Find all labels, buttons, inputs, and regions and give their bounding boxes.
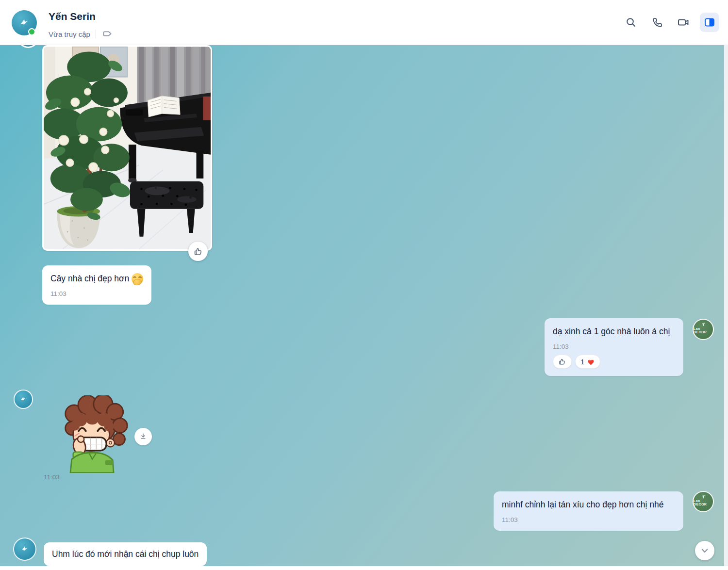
message-bubble-incoming[interactable]: Uhm lúc đó mới nhận cái chị chụp luôn bbox=[44, 542, 207, 566]
label-tag-icon[interactable] bbox=[101, 28, 113, 40]
own-avatar[interactable]: Lan DECOR · · · · bbox=[693, 491, 714, 512]
avatar-brand-subtext: · · · · bbox=[699, 334, 707, 337]
avatar-brand-text: Lan DECOR bbox=[694, 327, 713, 334]
download-icon bbox=[138, 432, 148, 441]
heart-reaction-count[interactable]: 1 bbox=[575, 355, 600, 369]
phone-icon bbox=[651, 16, 663, 28]
online-status-dot bbox=[28, 28, 35, 35]
contact-avatar-small[interactable] bbox=[14, 390, 33, 409]
search-icon bbox=[625, 16, 637, 28]
message-time: 11:03 bbox=[502, 516, 675, 523]
message-bubble-outgoing[interactable]: minhf chỉnh lại tán xíu cho đẹp hơn chị … bbox=[494, 491, 683, 531]
message-time: 11:03 bbox=[553, 343, 675, 350]
contact-subline: Vừa truy cập bbox=[49, 28, 113, 40]
thumbs-up-icon bbox=[558, 358, 566, 366]
message-text: dạ xinh cả 1 góc nhà luôn á chị bbox=[553, 326, 670, 338]
voice-call-button[interactable] bbox=[647, 13, 667, 32]
bird-icon bbox=[20, 395, 27, 403]
chat-header: Yến Serin Vừa truy cập bbox=[0, 0, 728, 45]
room-photo bbox=[44, 47, 211, 249]
sidebar-panel-icon bbox=[704, 16, 715, 28]
message-text: Uhm lúc đó mới nhận cái chị chụp luôn bbox=[52, 548, 199, 560]
conversation-info-toggle-button[interactable] bbox=[700, 13, 719, 32]
bird-icon bbox=[19, 17, 30, 28]
subline-divider bbox=[96, 30, 96, 38]
heart-emoji bbox=[587, 358, 595, 366]
scroll-to-bottom-button[interactable] bbox=[695, 541, 714, 560]
message-list[interactable]: Cây nhà chị đẹp hơn 11:03 dạ xinh cả 1 g… bbox=[0, 45, 728, 570]
scrollbar-track[interactable] bbox=[724, 45, 728, 570]
hand-over-mouth-emoji bbox=[132, 273, 143, 285]
sticker-time: 11:03 bbox=[44, 473, 60, 481]
sticker-download-button[interactable] bbox=[134, 428, 152, 445]
sticker-message[interactable] bbox=[56, 395, 129, 475]
photo-like-button[interactable] bbox=[188, 242, 208, 261]
sprout-icon bbox=[701, 495, 706, 499]
message-bubble-outgoing[interactable]: dạ xinh cả 1 góc nhà luôn á chị 11:03 1 bbox=[545, 318, 683, 376]
own-avatar[interactable]: Lan DECOR · · · · bbox=[693, 319, 714, 340]
avatar-brand-subtext: · · · · bbox=[699, 506, 707, 509]
message-text: Cây nhà chị đẹp hơn bbox=[50, 273, 129, 285]
message-bubble-incoming[interactable]: Cây nhà chị đẹp hơn 11:03 bbox=[42, 265, 151, 305]
partial-avatar-top bbox=[17, 45, 39, 48]
photo-message[interactable] bbox=[42, 45, 212, 251]
reaction-count: 1 bbox=[580, 358, 584, 366]
header-actions bbox=[621, 13, 719, 32]
laughing-boy-sticker bbox=[56, 395, 129, 473]
contact-avatar-small[interactable] bbox=[13, 537, 36, 561]
chevron-down-icon bbox=[699, 545, 711, 556]
video-camera-icon bbox=[677, 16, 690, 28]
last-seen-status: Vừa truy cập bbox=[49, 30, 90, 38]
message-time: 11:03 bbox=[50, 290, 143, 297]
bird-icon bbox=[21, 545, 29, 553]
add-reaction-button[interactable] bbox=[553, 355, 572, 369]
avatar-brand-text: Lan DECOR bbox=[694, 499, 713, 506]
reaction-row: 1 bbox=[553, 355, 675, 369]
contact-name: Yến Serin bbox=[49, 11, 96, 22]
search-button[interactable] bbox=[621, 13, 641, 32]
video-call-button[interactable] bbox=[674, 13, 693, 32]
zalo-chat-window: Yến Serin Vừa truy cập bbox=[0, 0, 728, 570]
thumbs-up-icon bbox=[193, 246, 203, 257]
composer-top-strip bbox=[0, 566, 728, 570]
sprout-icon bbox=[701, 323, 706, 326]
message-text: minhf chỉnh lại tán xíu cho đẹp hơn chị … bbox=[502, 499, 664, 511]
